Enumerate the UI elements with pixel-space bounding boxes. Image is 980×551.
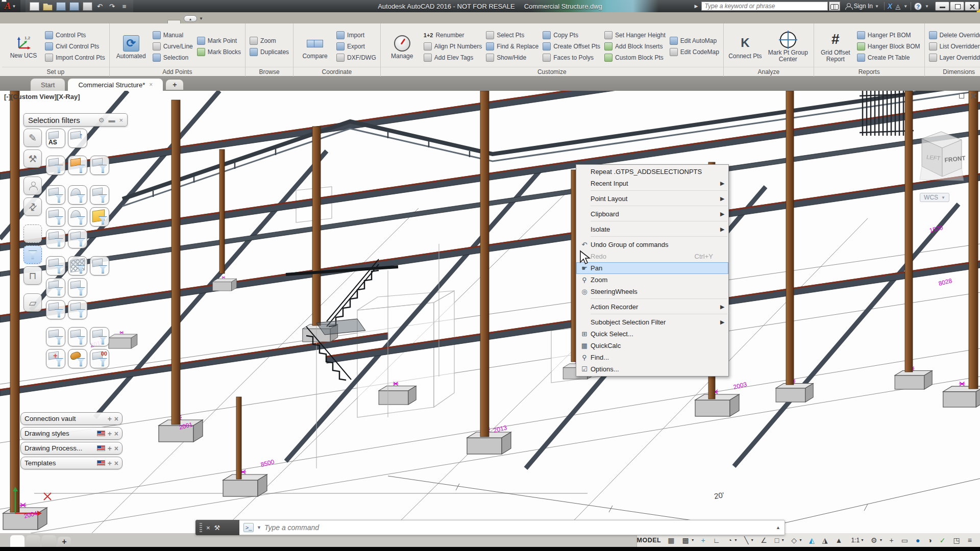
new-file-icon[interactable] [30, 2, 39, 11]
create-offset-pts-button[interactable]: Create Offset Pts [543, 42, 600, 51]
start-tab[interactable]: Start [31, 79, 65, 91]
filter-curved-member-button[interactable] [68, 207, 87, 227]
menu-item-pan[interactable]: ☛ Pan ▶ [576, 262, 728, 274]
set-hanger-height-button[interactable]: Set Hanger Height [604, 31, 666, 39]
menu-item-recent-input[interactable]: Recent Input ▶ [576, 178, 728, 189]
mark-pt-group-center-button[interactable]: Mark Pt Group Center [767, 30, 810, 63]
menu-item-repeat[interactable]: Repeat .GTPS_ADDSELECTIONPTS ▶ [576, 166, 728, 178]
compare-button[interactable]: Compare [298, 33, 332, 60]
layer-overridden-button[interactable]: Layer Overridden [929, 54, 980, 62]
close-button[interactable] [965, 2, 979, 11]
curve-line-button[interactable]: Curve/Line [153, 42, 193, 51]
filter-angle-button[interactable] [46, 300, 65, 319]
import-button[interactable]: Import [336, 31, 376, 39]
filter-wall-button[interactable] [68, 156, 87, 175]
panel-label[interactable]: Coordinate [293, 67, 380, 77]
layout-tab-layout2[interactable] [42, 535, 56, 547]
palette-bar-connection-vault[interactable]: Connection vault + × [20, 412, 122, 425]
close-icon[interactable]: × [114, 459, 118, 467]
palette-bar-drawing-styles[interactable]: Drawing styles + × [20, 427, 122, 440]
manage-button[interactable]: Manage [385, 33, 420, 60]
sketch-tool-button[interactable]: ✎ [23, 129, 42, 147]
menu-item-point-layout[interactable]: Point Layout ▶ [576, 193, 728, 205]
document-tab[interactable]: Commercial Structure*× [68, 79, 163, 91]
selection-button[interactable]: Selection [153, 54, 193, 62]
filter-step-button[interactable] [46, 229, 65, 248]
a360-icon[interactable]: ◬ [895, 3, 900, 10]
filter-slab-button[interactable] [46, 207, 65, 227]
filter-holes-button[interactable] [68, 229, 87, 248]
select-pts-button[interactable]: Select Pts [486, 31, 538, 39]
filter-beam-button[interactable] [46, 185, 65, 205]
automated-button[interactable]: Automated [114, 33, 149, 60]
window-select-button[interactable] [23, 224, 42, 243]
ortho-mode-icon[interactable]: ∟▼ [713, 537, 721, 544]
filter-select-button[interactable] [23, 245, 42, 264]
connect-pts-button[interactable]: Connect Pts [728, 33, 763, 60]
qat-dropdown-icon[interactable]: ≡ [120, 3, 129, 10]
viewcube[interactable]: LEFT FRONT [913, 119, 969, 186]
ribbon-tab[interactable] [167, 20, 181, 23]
open-file-icon[interactable] [43, 2, 53, 11]
filter-bolt-button[interactable] [46, 327, 65, 346]
panel-label[interactable]: Add Points [110, 67, 245, 77]
filter-polygon-button[interactable] [90, 207, 109, 227]
duplicates-button[interactable]: Duplicates [250, 48, 289, 56]
recent-commands-icon[interactable]: ▼ [257, 525, 261, 530]
panel-label[interactable]: Analyze [724, 67, 814, 77]
menu-item-options[interactable]: ☑ Options... ▶ [576, 363, 728, 375]
zoom-button[interactable]: Zoom [250, 37, 289, 45]
ribbon-tab[interactable] [69, 20, 82, 23]
object-snap-icon[interactable]: □▼ [775, 537, 785, 544]
ribbon-tab[interactable] [82, 20, 94, 23]
save-as-icon[interactable] [69, 2, 79, 11]
add-block-inserts-button[interactable]: Add Block Inserts [604, 42, 666, 51]
chevron-down-icon[interactable]: ▼ [903, 4, 908, 9]
menu-item-redo[interactable]: ↷ Redo Ctrl+Y ▶ [576, 251, 728, 262]
edit-automap-button[interactable]: Edit AutoMap [670, 37, 719, 45]
drawing-canvas[interactable]: [-][Custom View][X-Ray] [0, 91, 980, 533]
panel-label[interactable]: Customize [381, 67, 723, 77]
ribbon-tab[interactable] [131, 20, 143, 23]
gear-icon[interactable]: ⚙ [99, 116, 105, 124]
filter-up-button[interactable]: ↑ [68, 129, 87, 148]
filter-all-selected-button[interactable]: AS [46, 129, 65, 148]
show-hide-button[interactable]: Show/Hide [486, 54, 538, 62]
align-pt-numbers-button[interactable]: Align Pt Numbers [424, 42, 482, 51]
restore-button[interactable] [950, 2, 964, 11]
ribbon-minimize-options-icon[interactable]: ▼ [199, 16, 203, 21]
ucs-axes-button[interactable]: ⇄ [23, 197, 42, 216]
filter-flat-plate-button[interactable] [68, 278, 87, 297]
polar-tracking-icon[interactable]: ◔▼ [727, 537, 737, 544]
filter-lattice-button[interactable] [68, 256, 87, 276]
profile-card-button[interactable] [23, 177, 42, 195]
dxf-dwg-button[interactable]: DXF/DWG [336, 54, 376, 62]
filter-clamp-button[interactable] [68, 349, 87, 368]
model-space-button[interactable]: MODEL [637, 537, 662, 544]
object-snap-tracking-icon[interactable]: ∠▼ [761, 537, 768, 544]
filter-arc-button[interactable] [68, 185, 87, 205]
close-command-line-icon[interactable]: × [206, 524, 210, 532]
find-replace-button[interactable]: Find & Replace [486, 42, 538, 51]
ribbon-tab[interactable] [106, 20, 118, 23]
annotation-monitor-icon[interactable]: +▼ [890, 537, 895, 544]
hanger-block-bom-button[interactable]: Hanger Block BOM [857, 42, 920, 51]
autoscale-icon[interactable]: ◮▼ [822, 537, 829, 544]
import-control-pts-button[interactable]: Import Control Pts [45, 54, 105, 62]
filter-volume-button[interactable] [90, 156, 109, 175]
isometric-drafting-icon[interactable]: ╲▼ [744, 537, 754, 544]
create-pt-table-button[interactable]: Create Pt Table [857, 54, 920, 62]
tools-button[interactable]: ⚒ [23, 149, 42, 168]
customization-icon[interactable]: ≡▼ [968, 537, 973, 544]
filter-anchor-button[interactable] [68, 327, 87, 346]
ribbon-minimize-button[interactable]: ▲ [184, 15, 197, 22]
manual-button[interactable]: Manual [153, 31, 193, 39]
exchange-apps-icon[interactable]: X [888, 2, 892, 10]
restore-drawing-icon[interactable] [959, 93, 965, 99]
dynamic-input-icon[interactable]: +▼ [701, 537, 706, 544]
menu-item-quick-select[interactable]: ⊞ Quick Select... ▶ [576, 328, 728, 340]
bracket-filter-button[interactable]: ⊓ [23, 266, 42, 285]
3d-object-snap-icon[interactable]: ◇▼ [791, 537, 802, 544]
snap-mode-icon[interactable]: ▩▼ [682, 537, 694, 544]
mark-point-button[interactable]: Mark Point [197, 37, 241, 45]
